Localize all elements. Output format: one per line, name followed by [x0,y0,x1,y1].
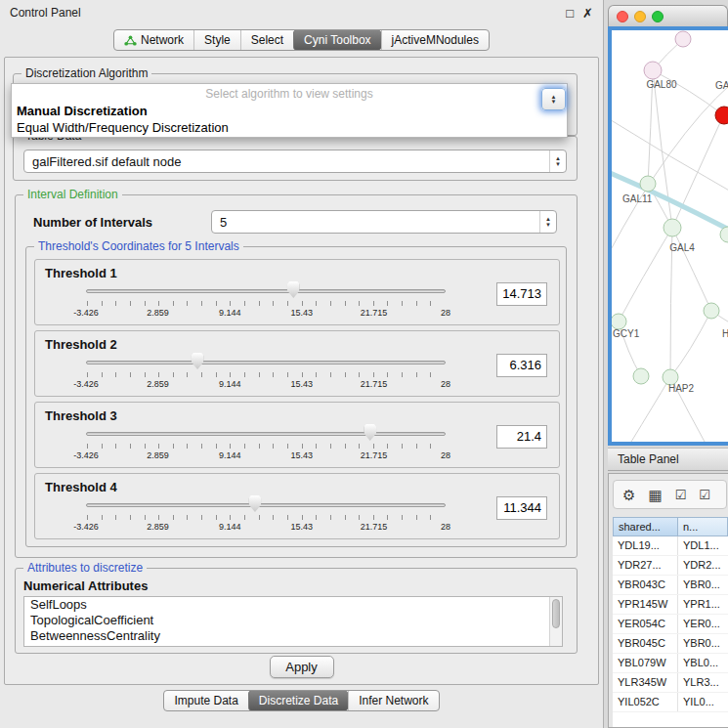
table-row[interactable]: YBR043CYBR0... [613,576,728,595]
threshold-3-label: Threshold 3 [45,408,117,423]
threshold-4-value-field[interactable]: 11.344 [496,496,547,520]
table-cell[interactable]: YPR145W [613,595,678,614]
threshold-2-value-field[interactable]: 6.316 [496,354,547,377]
table-row[interactable]: YDR27...YDR2... [613,556,728,576]
attribute-item[interactable]: BetweennessCentrality [24,628,562,644]
tick-label: 2.859 [147,308,169,318]
table-row[interactable]: YDL19...YDL1... [613,536,728,556]
column-header-shared-name[interactable]: shared... [613,517,678,536]
tab-impute-data[interactable]: Impute Data [164,691,247,710]
network-window-titlebar[interactable] [608,5,728,26]
slider-handle[interactable] [192,353,204,369]
table-body: YDL19...YDL1...YDR27...YDR2...YBR043CYBR… [613,536,728,712]
scrollbar-thumb[interactable] [552,599,560,628]
table-row[interactable]: YER054CYER0... [613,615,728,634]
slider-track [86,289,446,293]
threshold-2-slider[interactable]: -3.4262.8599.14415.4321.71528 [86,353,446,396]
table-cell[interactable]: YLR3... [678,673,728,692]
float-panel-icon[interactable]: □ [566,7,574,20]
tick-label: 28 [441,522,450,532]
network-node[interactable] [715,107,728,124]
table-cell[interactable]: YDR2... [678,556,728,575]
table-cell[interactable]: YDR27... [613,556,678,575]
tab-discretize-data[interactable]: Discretize Data [248,691,348,710]
network-node[interactable] [664,219,681,236]
network-edge[interactable] [670,311,711,377]
zoom-window-icon[interactable] [652,11,664,22]
network-canvas-svg[interactable]: GAL80GAGAL11GAL4GCY1HHAP2 [612,30,728,442]
table-cell[interactable]: YBR0... [678,634,728,653]
table-cell[interactable]: YBR0... [678,576,728,594]
table-row[interactable]: YLR345WYLR3... [613,673,728,693]
network-edge[interactable] [653,70,672,228]
tab-cyni-toolbox[interactable]: Cyni Toolbox [293,30,380,50]
threshold-1-slider[interactable]: -3.4262.8599.14415.4321.71528 [86,281,446,324]
table-cell[interactable]: YBL079W [613,654,678,672]
table-cell[interactable]: YBR043C [613,576,678,594]
network-node[interactable] [720,227,728,242]
node-table: shared... n... YDL19...YDL1...YDR27...YD… [613,517,728,727]
network-edge[interactable] [619,228,672,321]
table-cell[interactable]: YDL19... [613,536,678,555]
threshold-3-value-field[interactable]: 21.4 [496,425,547,449]
tab-infer-network[interactable]: Infer Network [348,691,438,710]
table-cell[interactable]: YIL052C [613,693,678,711]
network-edge[interactable] [653,70,721,113]
tab-style[interactable]: Style [193,30,240,50]
tick-label: 15.43 [291,450,314,460]
threshold-3-slider[interactable]: -3.4262.8599.14415.4321.71528 [86,424,446,467]
tab-network[interactable]: Network [114,30,193,50]
attribute-item[interactable]: TopologicalCoefficient [24,613,562,628]
panel-window-buttons: □ ✗ [566,7,593,20]
slider-handle[interactable] [248,495,261,512]
dropdown-option-manual-discretization[interactable]: Manual Discretization [12,103,567,119]
table-cell[interactable]: YER0... [678,615,728,633]
close-window-icon[interactable] [617,11,628,22]
number-of-intervals-combo[interactable]: 5 ▲ ▼ [211,210,557,234]
algorithm-combo-stepper[interactable]: ▲ ▼ [541,88,566,110]
network-edge[interactable] [631,377,670,442]
threshold-1-value-field[interactable]: 14.713 [496,282,547,306]
select-column-checkbox-icon[interactable]: ☑ [699,488,710,502]
table-cell[interactable]: YPR1... [678,595,728,614]
threshold-4-slider[interactable]: -3.4262.8599.14415.4321.71528 [86,495,446,538]
close-panel-icon[interactable]: ✗ [582,7,593,20]
apply-button[interactable]: Apply [270,656,334,678]
table-row[interactable]: YBL079WYBL0... [613,654,728,673]
table-cell[interactable]: YIL0... [678,693,728,711]
table-row[interactable]: YIL052CYIL0... [613,693,728,712]
attribute-item[interactable]: SelfLoops [24,597,562,613]
table-cell[interactable]: YBR045C [613,634,678,653]
threshold-1-group: Threshold 1 -3.4262.8599.14415.4321.7152… [34,259,560,325]
slider-handle[interactable] [287,281,300,298]
table-row[interactable]: YPR145WYPR1... [613,595,728,615]
table-panel-title: Table Panel [618,452,679,466]
tab-select[interactable]: Select [240,30,293,50]
table-cell[interactable]: YDL1... [678,536,728,555]
table-cell[interactable]: YLR345W [613,673,678,692]
dropdown-option-equal-width-frequency[interactable]: Equal Width/Frequency Discretization [12,119,567,136]
tab-jactivemnodules[interactable]: jActiveMNodules [381,30,489,50]
network-edge[interactable] [672,228,711,311]
tick-label: 21.715 [361,522,388,532]
table-cell[interactable]: YER054C [613,615,678,633]
network-node[interactable] [644,62,662,79]
gear-icon[interactable]: ⚙ [622,488,635,502]
network-node[interactable] [633,368,649,384]
network-node[interactable] [640,176,656,192]
table-cell[interactable]: YBL0... [678,654,728,672]
network-node[interactable] [612,314,626,329]
table-data-combo[interactable]: galFiltered.sif default node ▲ ▼ [23,150,567,173]
thresholds-group: Threshold's Coordinates for 5 Intervals … [25,246,567,547]
number-of-intervals-value: 5 [212,215,539,230]
numerical-attributes-list[interactable]: SelfLoopsTopologicalCoefficientBetweenne… [23,596,563,647]
column-header-name[interactable]: n... [678,517,728,536]
slider-handle[interactable] [364,424,376,441]
attributes-scrollbar[interactable] [549,597,562,646]
network-node[interactable] [675,31,691,47]
columns-icon[interactable]: ▦ [648,488,662,502]
select-all-checkbox-icon[interactable]: ☑ [675,488,687,502]
minimize-window-icon[interactable] [634,11,646,22]
table-row[interactable]: YBR045CYBR0... [613,634,728,654]
network-node[interactable] [704,303,719,319]
